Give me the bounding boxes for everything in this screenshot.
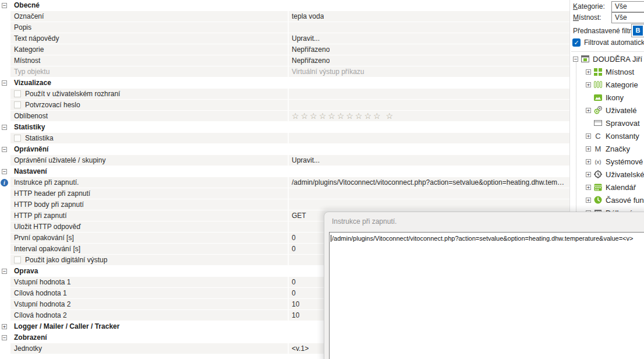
property-value — [288, 0, 569, 11]
expand-node-icon[interactable]: + — [586, 146, 591, 152]
property-checkbox[interactable] — [14, 256, 21, 263]
expand-node-icon[interactable]: + — [586, 172, 591, 177]
row-gutter: − — [0, 78, 10, 89]
tree-item-spravovat[interactable]: Spravovat — [570, 117, 644, 129]
collapse-section-icon[interactable]: − — [2, 335, 7, 340]
property-label: Cílová hodnota 2 — [10, 310, 288, 321]
expand-node-icon[interactable]: + — [586, 159, 591, 164]
collapse-section-icon[interactable]: − — [2, 80, 7, 86]
property-value[interactable]: Nepřiřazeno — [288, 44, 569, 55]
sysvar-x-icon: (x) — [593, 157, 603, 166]
row-gutter — [0, 22, 10, 33]
property-value[interactable]: Upravit... — [288, 33, 569, 44]
collapse-section-icon[interactable]: − — [2, 125, 7, 130]
autofilter-checkbox[interactable]: ✓ — [572, 38, 581, 47]
expand-node-icon[interactable]: + — [586, 108, 591, 113]
tree-item-label: Konstanty — [606, 132, 639, 140]
preset-filters-button[interactable]: B — [631, 24, 644, 37]
tree-item-u-ivatelsk[interactable]: +Uživatelské — [570, 168, 644, 181]
tree-item-doud-ra-ji[interactable]: −DOUDĚRA Jiří — [570, 52, 644, 65]
tree-item-asov-funkce[interactable]: +Časové funkce — [570, 193, 644, 206]
row-gutter: − — [0, 332, 10, 343]
property-value[interactable]: /admin/plugins/Vitoconnect/vitoconnect.p… — [288, 177, 569, 188]
expand-node-icon[interactable]: + — [586, 69, 591, 75]
instruction-textarea[interactable]: /admin/plugins/Vitoconnect/vitoconnect.p… — [329, 232, 644, 359]
row-gutter — [0, 111, 10, 122]
tree-item-label: Časové funkce — [606, 196, 644, 205]
property-checkbox[interactable] — [14, 135, 21, 142]
property-value[interactable] — [288, 22, 569, 33]
favorite-stars-rating[interactable]: ☆☆☆☆☆☆☆☆☆☆ — [292, 112, 383, 120]
property-value[interactable]: Upravit... — [288, 155, 569, 166]
label-text: HTTP body při zapnutí — [14, 200, 84, 209]
svg-text:C: C — [595, 132, 600, 140]
section-label: Obecné — [10, 0, 288, 11]
label-text: Vstupní hodnota 2 — [14, 300, 70, 308]
property-label: HTTP header při zapnutí — [10, 188, 288, 199]
tree-item-u-ivatel[interactable]: +Uživatelé — [570, 104, 644, 117]
expand-node-icon[interactable]: + — [586, 133, 591, 139]
property-value[interactable] — [288, 100, 569, 111]
property-label: Statistika — [10, 133, 288, 144]
favorite-star-extra[interactable]: ☆ — [386, 112, 395, 120]
tree-item-syst-mov[interactable]: +(x)Systémové — [570, 155, 644, 168]
collapse-node-icon[interactable]: − — [573, 57, 578, 62]
expand-node-icon[interactable]: + — [586, 82, 591, 87]
expand-section-icon[interactable]: + — [2, 324, 7, 329]
row-gutter — [0, 55, 10, 66]
tree-item-kategorie[interactable]: +Kategorie — [570, 78, 644, 91]
users-gears-icon — [593, 105, 603, 115]
collapse-section-icon[interactable]: − — [2, 269, 7, 274]
collapse-section-icon[interactable]: − — [2, 169, 7, 174]
image-icon — [593, 93, 603, 102]
label-text: Statistika — [25, 134, 54, 142]
category-filter-label: Kategorie: — [573, 1, 605, 12]
tree-item-label: Spravovat — [606, 119, 640, 128]
label-text: Oprava — [14, 267, 38, 275]
category-filter-select[interactable]: Vše — [611, 1, 644, 12]
property-row: Statistika — [0, 133, 569, 144]
autofilter-label: Filtrovat automaticky — [584, 37, 644, 48]
property-label: Oprávnění uživatelé / skupiny — [10, 155, 288, 166]
property-value[interactable]: ☆☆☆☆☆☆☆☆☆☆☆ — [288, 111, 569, 122]
property-value[interactable] — [288, 188, 569, 199]
value-text: 10 — [292, 311, 299, 319]
property-value[interactable]: Virtuální výstup příkazu — [288, 66, 569, 78]
collapse-section-icon[interactable]: − — [2, 3, 7, 8]
tree-item-ikony[interactable]: Ikony — [570, 91, 644, 104]
tree-item-konstanty[interactable]: +CKonstanty — [570, 129, 644, 142]
property-checkbox[interactable] — [14, 101, 21, 108]
window-icon — [593, 118, 603, 128]
row-gutter — [0, 221, 10, 233]
property-checkbox[interactable] — [14, 90, 21, 97]
property-label: Cílová hodnota 1 — [10, 288, 288, 299]
value-text: 0 — [292, 278, 296, 286]
label-text: Použít v uživatelském rozhraní — [25, 90, 120, 98]
svg-text:M: M — [595, 145, 601, 153]
property-value[interactable] — [288, 133, 569, 144]
label-text: Cílová hodnota 2 — [14, 311, 67, 319]
expand-node-icon[interactable]: + — [586, 185, 591, 190]
label-text: Potvrzovací heslo — [25, 101, 80, 109]
property-value[interactable] — [288, 89, 569, 100]
value-text: Upravit... — [292, 34, 320, 43]
row-gutter — [0, 199, 10, 210]
tree-item-m-stnost[interactable]: +Místnost — [570, 65, 644, 78]
tree-item-kalend[interactable]: +Kalendář — [570, 181, 644, 193]
popup-title: Instrukce při zapnutí. — [332, 217, 397, 226]
collapse-section-icon[interactable]: − — [2, 147, 7, 152]
property-row: Text nápovědyUpravit... — [0, 33, 569, 44]
property-value[interactable]: Nepřiřazeno — [288, 55, 569, 66]
row-gutter: − — [0, 166, 10, 177]
section-label: Nastavení — [10, 166, 288, 177]
info-icon: i — [1, 179, 8, 186]
label-text: Cílová hodnota 1 — [14, 289, 67, 297]
property-row: Označenítepla voda — [0, 11, 569, 22]
room-filter-select[interactable]: Vše — [611, 12, 644, 23]
property-value[interactable]: tepla voda — [288, 11, 569, 22]
property-value[interactable] — [288, 199, 569, 210]
property-label: Potvrzovací heslo — [10, 100, 288, 111]
tree-item-zna-ky[interactable]: +MZnačky — [570, 142, 644, 155]
expand-node-icon[interactable]: + — [586, 198, 591, 203]
tree-item-label: Uživatelské — [606, 170, 644, 179]
